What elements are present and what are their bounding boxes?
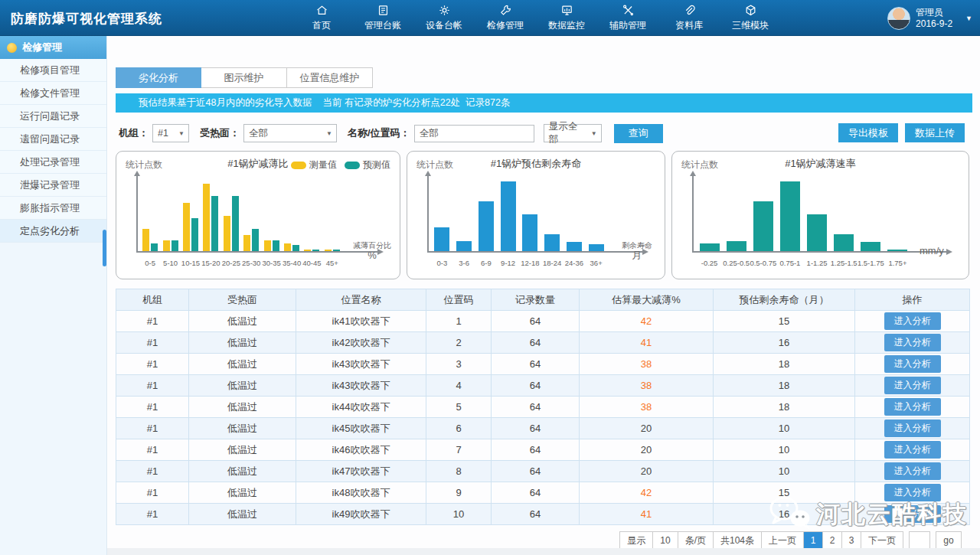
x-tick-label: 9-12 [497,259,519,267]
nav-item-maintenance[interactable]: 检修管理 [475,0,536,36]
x-tick-label: 0.25-0.5 [723,259,750,267]
cell-action: 进入分析 [855,354,970,375]
bar [273,240,279,251]
filter-toolbar: 机组： #1 ▼ 受热面： 全部 ▼ 名称/位置码： 显示全部 ▼ 查询 导出模… [116,123,972,143]
x-tick-label: -0.25 [696,259,723,267]
enter-analysis-button[interactable]: 进入分析 [884,312,941,330]
cell-location-name: ik43吹吹器下 [296,354,426,375]
bar [312,250,319,251]
prev-page-button[interactable]: 上一页 [762,532,804,549]
cell-surface: 低温过 [189,332,296,354]
bar-group [140,178,160,251]
cell-location-code: 8 [426,461,492,482]
bar [163,240,170,251]
data-upload-button[interactable]: 数据上传 [905,123,965,142]
cell-remaining-life: 15 [714,482,855,504]
bar-group [221,178,241,251]
sidebar-item-expansion-indicator[interactable]: 膨胀指示管理 [0,197,106,220]
x-tick-label: 24-36 [564,259,586,267]
sidebar-item-explosion-record-mgmt[interactable]: 泄爆记录管理 [0,174,106,197]
unit-select[interactable]: #1 ▼ [152,124,189,142]
nav-item-3d-module[interactable]: 三维模块 [720,0,781,36]
nav-item-auxiliary[interactable]: 辅助管理 [597,0,658,36]
chart-y-axis-label: 统计点数 [126,158,162,171]
sidebar-item-degradation-analysis[interactable]: 定点劣化分析 [0,220,106,243]
chart-x-axis-label: 剩余寿命月 [611,240,663,260]
sidebar-item-run-issue-records[interactable]: 运行问题记录 [0,105,106,128]
page-number-3[interactable]: 3 [842,532,861,549]
bar [203,184,210,251]
nav-item-monitor[interactable]: 数据监控 [536,0,597,36]
app-title: 防磨防爆可视化管理系统 [11,10,162,28]
page-number-2[interactable]: 2 [823,532,842,549]
home-icon [315,4,328,17]
x-tick-label: 35-40 [282,259,302,267]
enter-analysis-button[interactable]: 进入分析 [884,377,941,394]
nav-item-label: 首页 [312,19,331,32]
x-tick-label: 30-35 [261,259,281,267]
bar [456,241,472,251]
bar [211,196,218,251]
sidebar-header-label: 检修管理 [22,41,62,54]
nav-item-home[interactable]: 首页 [291,0,352,36]
user-name: 管理员 [916,7,952,18]
cell-action: 进入分析 [855,439,970,461]
bar-group [302,178,322,251]
bar-group [261,178,281,251]
sidebar-item-file-mgmt[interactable]: 检修文件管理 [0,82,106,105]
bar-group [541,178,564,251]
next-page-button[interactable]: 下一页 [861,532,903,549]
cell-max-thinning: 41 [580,332,714,354]
table-row: #1低温过ik47吹吹器下8642010进入分析 [116,461,970,482]
enter-analysis-button[interactable]: 进入分析 [884,334,941,351]
sidebar-item-process-record-mgmt[interactable]: 处理记录管理 [0,151,106,174]
display-select[interactable]: 显示全部 ▼ [544,124,602,142]
sidebar-item-legacy-issue-records[interactable]: 遗留问题记录 [0,128,106,151]
chart-legend: 测量值预测值 [286,158,390,171]
cell-unit: #1 [116,439,189,461]
user-menu[interactable]: 管理员 2016-9-2 ▼ [887,0,975,36]
sidebar-scrollbar-thumb[interactable] [103,230,106,266]
nav-item-ledger[interactable]: 管理台账 [352,0,413,36]
tab-diagram-maintenance[interactable]: 图示维护 [201,67,287,88]
bars-container [138,178,345,251]
page-size-value[interactable]: 10 [653,532,678,549]
enter-analysis-button[interactable]: 进入分析 [884,441,941,459]
go-button[interactable]: go [936,531,962,550]
legend-label: 预测值 [363,158,390,171]
x-tick-labels: 0-33-66-99-1212-1818-2424-3636+ [429,259,609,267]
surface-select[interactable]: 全部 ▼ [243,124,337,142]
sidebar: 检修管理 检修项目管理检修文件管理运行问题记录遗留问题记录处理记录管理泄爆记录管… [0,36,107,555]
legend-label: 测量值 [309,158,337,171]
export-template-button[interactable]: 导出模板 [838,123,898,142]
page-number-1[interactable]: 1 [804,532,823,549]
user-date: 2016-9-2 [916,18,952,30]
cell-record-count: 64 [492,332,580,354]
nav-item-label: 三维模块 [732,19,769,32]
cube-icon [744,4,757,17]
x-tick-label: 36+ [585,259,607,267]
cell-action: 进入分析 [855,332,970,354]
tab-location-info[interactable]: 位置信息维护 [287,67,373,88]
x-tick-label: 1-1.25 [804,259,831,267]
cell-max-thinning: 42 [580,482,714,504]
cell-max-thinning: 41 [580,504,714,525]
cell-record-count: 64 [492,354,580,375]
search-button[interactable]: 查询 [614,124,663,143]
enter-analysis-button[interactable]: 进入分析 [884,398,941,416]
enter-analysis-button[interactable]: 进入分析 [884,355,941,373]
bar-group [181,178,201,251]
tab-degradation-analysis[interactable]: 劣化分析 [116,67,201,88]
nav-item-library[interactable]: 资料库 [658,0,720,36]
enter-analysis-button[interactable]: 进入分析 [884,462,941,480]
nav-item-equipment[interactable]: 设备台帐 [413,0,475,36]
name-code-input[interactable] [414,125,534,142]
enter-analysis-button[interactable]: 进入分析 [884,420,941,437]
topbar: 防磨防爆可视化管理系统 首页管理台账设备台帐检修管理数据监控辅助管理资料库三维模… [0,0,980,36]
x-tick-label: 5-10 [160,259,180,267]
goto-page-input[interactable] [909,531,930,550]
enter-analysis-button[interactable]: 进入分析 [884,484,941,501]
enter-analysis-button[interactable]: 进入分析 [884,505,941,523]
x-tick-labels: 0-55-1010-1515-2020-2525-3030-3535-4040-… [138,259,345,267]
sidebar-item-project-mgmt[interactable]: 检修项目管理 [0,59,106,82]
